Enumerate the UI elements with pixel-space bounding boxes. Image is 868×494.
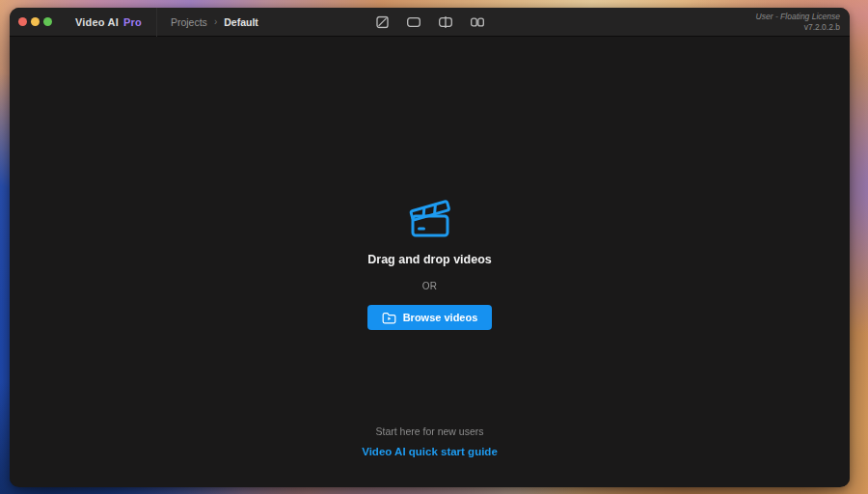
traffic-lights	[10, 17, 52, 26]
pro-badge: Pro	[123, 16, 142, 28]
titlebar: Video AI Pro Projects › Default User -	[10, 8, 850, 37]
diagonal-view-icon[interactable]	[376, 15, 389, 28]
quick-start-guide-link[interactable]: Video AI quick start guide	[362, 446, 498, 457]
clapperboard-icon	[406, 194, 454, 240]
browse-videos-label: Browse videos	[403, 312, 478, 323]
breadcrumb-current-project[interactable]: Default	[224, 16, 258, 28]
preview-mode-toolbar	[376, 15, 484, 28]
or-divider-label: OR	[422, 281, 438, 291]
breadcrumb: Projects › Default	[171, 16, 258, 28]
browse-videos-button[interactable]: Browse videos	[367, 305, 493, 330]
single-view-icon[interactable]	[407, 15, 420, 28]
side-by-side-view-icon[interactable]	[471, 15, 484, 28]
titlebar-divider	[156, 8, 157, 37]
zoom-button[interactable]	[43, 17, 52, 26]
video-dropzone[interactable]: Drag and drop videos OR Browse videos St…	[10, 37, 850, 486]
app-version: v7.2.0.2.b	[756, 22, 840, 33]
split-view-icon[interactable]	[439, 15, 452, 28]
close-button[interactable]	[18, 17, 27, 26]
minimize-button[interactable]	[31, 17, 40, 26]
license-info: User - Floating License v7.2.0.2.b	[756, 12, 850, 33]
app-name: Video AI	[75, 16, 119, 28]
dropzone-title: Drag and drop videos	[367, 253, 492, 266]
license-type: User - Floating License	[756, 12, 840, 22]
chevron-right-icon: ›	[214, 16, 217, 27]
folder-video-icon	[382, 312, 396, 324]
app-title: Video AI Pro	[75, 16, 142, 28]
breadcrumb-projects[interactable]: Projects	[171, 16, 207, 28]
video-ai-window: Video AI Pro Projects › Default User -	[10, 8, 850, 487]
new-user-hint: Start here for new users	[375, 425, 483, 437]
